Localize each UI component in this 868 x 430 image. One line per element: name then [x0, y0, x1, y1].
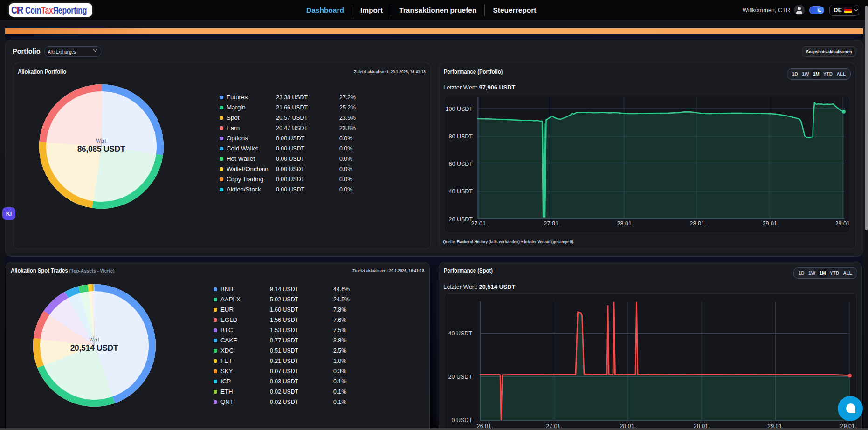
svg-text:27.01.: 27.01. — [544, 220, 560, 227]
svg-text:20 USDT: 20 USDT — [449, 216, 473, 223]
svg-text:100 USDT: 100 USDT — [446, 106, 473, 112]
svg-text:20 USDT: 20 USDT — [448, 374, 473, 380]
svg-text:0 USDT: 0 USDT — [452, 417, 473, 423]
svg-text:28.01.: 28.01. — [690, 220, 706, 227]
svg-text:29.01.: 29.01. — [763, 220, 779, 227]
svg-text:29.01.: 29.01. — [835, 220, 850, 227]
svg-text:40 USDT: 40 USDT — [448, 330, 473, 337]
svg-text:80 USDT: 80 USDT — [449, 133, 473, 140]
svg-text:28.01.: 28.01. — [617, 220, 634, 227]
svg-text:27.01.: 27.01. — [471, 220, 488, 227]
svg-text:60 USDT: 60 USDT — [449, 161, 473, 167]
svg-text:40 USDT: 40 USDT — [449, 188, 473, 195]
